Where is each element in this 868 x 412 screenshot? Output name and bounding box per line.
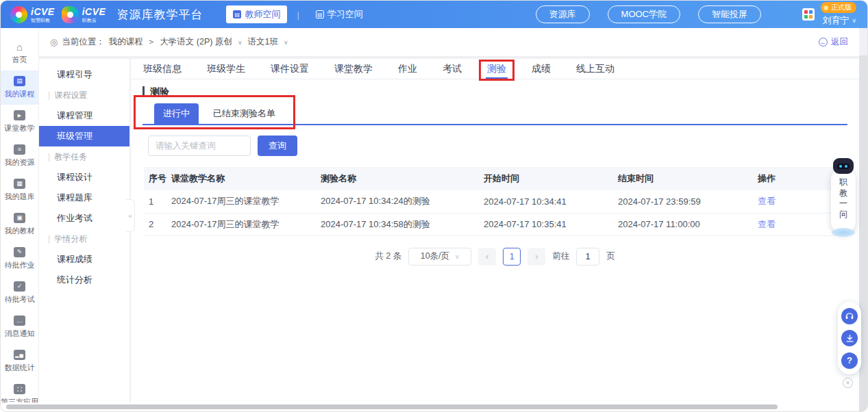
breadcrumb-course-select[interactable]: 大学语文 (2P) 原创 [160,36,232,48]
rail-item-notifications[interactable]: 消息通知 [1,310,38,344]
rail-item-label: 首页 [12,55,27,65]
pagination: 共 2 条 10条/页 ∨ 1 前往 页 [131,248,859,266]
rail-item-my-textbooks[interactable]: 我的教材 [1,207,38,242]
start-time-cell: 2024-07-17 10:34:41 [484,190,618,213]
close-widget-button[interactable] [843,378,853,388]
tab-online-interaction[interactable]: 线上互动 [576,59,615,79]
subtab-in-progress[interactable]: 进行中 [154,103,199,124]
menu-item-course-design[interactable]: 课程设计 [39,167,129,188]
view-link[interactable]: 查看 [758,219,776,229]
download-button[interactable] [841,330,858,346]
total-count: 共 2 条 [375,250,401,262]
menu-item-class-management[interactable]: 班级管理 [39,126,129,146]
mooc-academy-button[interactable]: MOOC学院 [608,5,680,23]
subtab-finished-quiz-list[interactable]: 已结束测验名单 [204,103,284,124]
header-quick-links: 资源库 MOOC学院 智能投屏 [536,5,761,23]
nav-teacher-space[interactable]: ▤ 教师空间 [226,5,287,23]
quiz-subtabs: 进行中 已结束测验名单 [142,103,847,125]
rail-item-label: 我的题库 [5,192,35,202]
wave-decoration [832,228,855,237]
rail-item-label: 我的课程 [5,89,35,99]
rail-item-pending-exams[interactable]: 待批考试 [1,276,38,310]
tab-class-students[interactable]: 班级学生 [207,59,245,79]
tab-quiz[interactable]: 测验 [487,59,506,79]
back-label: 返回 [831,36,848,48]
breadcrumb-my-courses[interactable]: 我的课程 [109,36,143,48]
tab-homework[interactable]: 作业 [398,59,417,79]
current-page[interactable]: 1 [503,248,521,266]
rail-item-my-question-bank[interactable]: 我的题库 [1,173,38,207]
end-time-cell: 2024-07-17 23:59:59 [618,190,758,213]
tab-grades[interactable]: 成绩 [532,59,551,79]
quiz-name-cell: 2024-07-17 10:34:58的测验 [321,213,484,235]
menu-section-course-settings: 课程设置 [39,85,129,105]
pending-homework-icon [14,247,25,257]
resource-library-button[interactable]: 资源库 [536,5,590,23]
icon-rail: 首页 我的课程 课堂教学 我的资源 我的题库 我的教材 [1,28,39,412]
breadcrumb-class-select[interactable]: 语文1班 [248,36,278,48]
sidebar-collapse-handle[interactable] [126,199,135,232]
rail-item-label: 数据统计 [5,363,35,373]
view-link[interactable]: 查看 [758,196,776,206]
icve-logo-icon [10,6,27,23]
tab-class-info[interactable]: 班级信息 [143,59,182,79]
menu-item-statistical-analysis[interactable]: 统计分析 [39,270,129,290]
menu-item-course-management[interactable]: 课程管理 [39,105,129,126]
content-area: 课程引导 课程设置 课程管理 班级管理 教学任务 课程设计 课程题库 作业考试 … [39,59,859,404]
icve-cloud-logo[interactable]: iCVE 职教云 [62,6,106,23]
menu-item-course-grades[interactable]: 课程成绩 [39,249,129,270]
menu-item-homework-exam[interactable]: 作业考试 [39,208,129,229]
robot-eyes-icon [837,164,850,169]
location-icon: ◎ [50,37,58,47]
breadcrumb: ◎ 当前位置： 我的课程 ＞ 大学语文 (2P) 原创 ∨ 语文1班 ∨ 返回 [39,28,859,57]
horizontal-scrollbar [1,402,859,411]
tab-classroom-teaching[interactable]: 课堂教学 [334,59,373,79]
goto-page-input[interactable] [576,248,599,266]
app-grid-icon[interactable] [802,8,815,21]
menu-item-course-guide[interactable]: 课程引导 [39,64,129,85]
apps-grid-icon [14,384,25,394]
zjy-logo-text: iCVE 职教云 [82,7,106,23]
page-size-label: 10条/页 [421,250,449,262]
help-button[interactable]: ? [841,352,858,369]
rail-item-data-statistics[interactable]: 数据统计 [1,344,38,378]
tab-exam[interactable]: 考试 [443,59,462,79]
rail-item-home[interactable]: 首页 [1,36,38,70]
start-time-cell: 2024-07-17 10:35:41 [484,213,618,235]
rail-item-classroom-teaching[interactable]: 课堂教学 [1,105,38,139]
smart-casting-button[interactable]: 智能投屏 [698,5,761,23]
rail-item-my-resources[interactable]: 我的资源 [1,139,38,173]
horizontal-scrollbar-thumb[interactable] [6,404,778,409]
icve-logo-text: iCVE 智慧职教 [31,7,55,23]
nav-student-space[interactable]: ▤ 学习空间 [309,5,370,23]
customer-service-button[interactable] [841,308,858,324]
icve-smart-logo[interactable]: iCVE 智慧职教 [10,6,55,23]
rail-item-label: 我的资源 [5,157,35,168]
menu-section-teaching-tasks: 教学任务 [39,146,129,167]
menu-section-learning-analysis: 学情分析 [39,229,129,249]
top-header: iCVE 智慧职教 iCVE 职教云 资源库教学平台 ▤ 教师空间 | ▤ 学习… [1,1,867,28]
prev-page-button[interactable] [478,248,496,266]
search-input[interactable] [148,136,251,156]
user-menu[interactable]: 刘育宁 ∨ [822,14,856,27]
col-start-time: 开始时间 [484,167,618,190]
assistant-widget[interactable]: 职教一问 [831,167,856,234]
search-button[interactable]: 查询 [258,136,297,156]
chevron-down-icon: ∨ [455,253,460,260]
page-size-select[interactable]: 10条/页 ∨ [408,248,471,266]
col-serial: 序号 [144,167,171,190]
back-button[interactable]: 返回 [819,36,848,48]
col-end-time: 结束时间 [618,167,758,190]
teacher-space-icon: ▤ [233,10,241,18]
chevron-down-icon: ∨ [238,39,243,46]
next-page-button[interactable] [528,248,545,266]
right-pane: ◎ 当前位置： 我的课程 ＞ 大学语文 (2P) 原创 ∨ 语文1班 ∨ 返回 … [39,28,867,412]
rail-item-my-courses[interactable]: 我的课程 [1,70,38,105]
rail-item-label: 待批作业 [5,260,35,270]
table-row: 2 2024-07-17周三的课堂教学 2024-07-17 10:34:58的… [144,213,849,235]
menu-item-course-question-bank[interactable]: 课程题库 [39,188,129,208]
tab-courseware-settings[interactable]: 课件设置 [271,59,309,79]
page-unit: 页 [606,250,615,262]
question-icon: ? [847,355,852,365]
rail-item-pending-homework[interactable]: 待批作业 [1,242,38,276]
